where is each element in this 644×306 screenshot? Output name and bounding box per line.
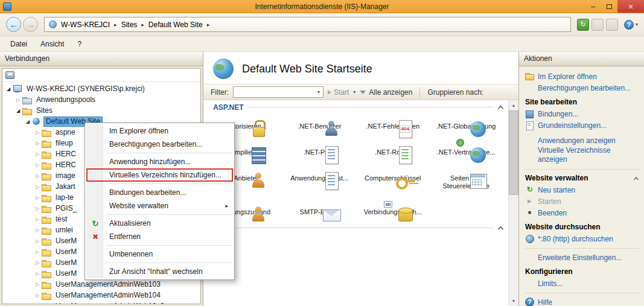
expander-collapsed-icon[interactable]: ▷ bbox=[34, 271, 41, 276]
expander-collapsed-icon[interactable]: ▷ bbox=[34, 206, 41, 211]
close-button[interactable]: × bbox=[617, 0, 644, 13]
breadcrumb-separator-icon[interactable]: ▸ bbox=[114, 22, 117, 28]
menu-datei[interactable]: Datei bbox=[4, 37, 34, 51]
action-bindings[interactable]: Bindungen... bbox=[525, 108, 640, 120]
expander-collapsed-icon[interactable]: ▷ bbox=[34, 217, 41, 222]
expander-collapsed-icon[interactable]: ▷ bbox=[34, 162, 41, 168]
collapse-section-icon[interactable] bbox=[498, 105, 504, 111]
folder-icon bbox=[42, 281, 51, 288]
menu-help[interactable]: ? bbox=[71, 37, 88, 51]
context-item-edit-permissions[interactable]: Berechtigungen bearbeiten... bbox=[86, 138, 233, 151]
forward-button[interactable]: → bbox=[23, 17, 38, 32]
action-stop[interactable]: ■Beenden bbox=[525, 207, 640, 218]
expander-collapsed-icon[interactable]: ▷ bbox=[34, 141, 41, 146]
menu-ansicht[interactable]: Ansicht bbox=[34, 37, 71, 51]
breadcrumb-separator-icon[interactable]: ▸ bbox=[141, 22, 144, 28]
feature-verbindungszeichenfolgen[interactable]: abVerbindungszeich... bbox=[356, 203, 430, 220]
context-item-manage-website[interactable]: Website verwalten▸ bbox=[86, 199, 233, 212]
expander-collapsed-icon[interactable]: ▷ bbox=[34, 228, 41, 233]
expander-expanded-icon[interactable]: ◢ bbox=[5, 86, 12, 92]
expander-collapsed-icon[interactable]: ▷ bbox=[34, 293, 41, 298]
refresh-icon: ↻ bbox=[90, 220, 101, 228]
go-icon bbox=[328, 90, 331, 95]
feature-computerschluessel[interactable]: Computerschlüssel bbox=[356, 170, 430, 194]
feature-net-globalisierung[interactable]: .NET-Globalisierung bbox=[430, 118, 503, 134]
breadcrumb-separator-icon[interactable]: ▸ bbox=[207, 22, 210, 28]
context-item-edit-bindings[interactable]: Bindungen bearbeiten... bbox=[86, 186, 233, 199]
tree-node-child[interactable]: ▷UserManagementAdminWeb10_3 bbox=[2, 301, 200, 304]
back-button[interactable]: ← bbox=[6, 17, 21, 32]
go-label: Start bbox=[334, 88, 349, 97]
tree-node-server[interactable]: ◢ W-WS-KREJCI (SYNERGIS\p.krejci) bbox=[2, 83, 200, 94]
filter-go-button[interactable]: Start bbox=[328, 88, 349, 97]
feature-net-vertrauensebenen[interactable]: .NET-Vertrauense... bbox=[430, 144, 503, 160]
tree-node-child[interactable]: ▷UserManagementAdminWeb104 bbox=[2, 290, 200, 301]
filter-input[interactable]: ▾ bbox=[233, 86, 324, 98]
tree-node-sites[interactable]: ◢ Sites bbox=[2, 105, 200, 116]
expander-collapsed-icon[interactable]: ▷ bbox=[34, 249, 41, 255]
expander-expanded-icon[interactable]: ◢ bbox=[24, 119, 31, 124]
context-item-add-application[interactable]: Anwendung hinzufügen... bbox=[86, 155, 233, 168]
feature-net-benutzer[interactable]: .NET-Benutzer bbox=[283, 118, 357, 134]
expander-collapsed-icon[interactable]: ▷ bbox=[34, 260, 41, 266]
tree-node-label: UserManagementAdminWeb104 bbox=[53, 290, 163, 301]
feature-net-fehlerseiten[interactable]: 404.NET-Fehlerseiten bbox=[356, 118, 430, 134]
action-view-virtual-directories[interactable]: Virtuelle Verzeichnisse anzeigen bbox=[525, 146, 640, 165]
context-item-switch-content-view[interactable]: Zur Ansicht "Inhalt" wechseln bbox=[86, 265, 233, 278]
scrollbar-thumb[interactable] bbox=[509, 110, 518, 195]
action-browse-http[interactable]: *:80 (http) durchsuchen bbox=[525, 233, 640, 244]
breadcrumb-default-web-site[interactable]: Default Web Site bbox=[148, 21, 203, 29]
context-item-add-virtual-directory[interactable]: Virtuelles Verzeichnis hinzufügen... bbox=[86, 168, 233, 182]
help-menu-button[interactable]: ? ▾ bbox=[624, 20, 638, 30]
maximize-button[interactable] bbox=[601, 0, 617, 13]
expander-expanded-icon[interactable]: ◢ bbox=[14, 108, 22, 113]
collapse-group-icon[interactable] bbox=[634, 176, 639, 181]
feature-smtp-email[interactable]: SMTP-E-Mail bbox=[283, 203, 357, 220]
context-item-rename[interactable]: Umbenennen bbox=[86, 247, 233, 261]
action-open-explorer[interactable]: Im Explorer öffnen bbox=[525, 71, 640, 82]
action-label: Hilfe bbox=[538, 298, 552, 306]
action-restart[interactable]: ↻Neu starten bbox=[525, 184, 640, 196]
breadcrumb-sites[interactable]: Sites bbox=[121, 21, 138, 29]
action-advanced-settings[interactable]: Erweiterte Einstellungen... bbox=[525, 252, 640, 263]
action-view-applications[interactable]: Anwendungen anzeigen bbox=[525, 135, 640, 146]
refresh-page-button[interactable]: ↻ bbox=[577, 19, 589, 31]
expander-collapsed-icon[interactable]: ▷ bbox=[34, 173, 41, 179]
tree-node-anwendungspools[interactable]: ▷ Anwendungspools bbox=[2, 94, 200, 105]
chevron-down-icon[interactable]: ▾ bbox=[353, 89, 355, 95]
action-label: Limits... bbox=[538, 279, 563, 288]
expander-collapsed-icon[interactable]: ▷ bbox=[34, 130, 41, 135]
action-limits[interactable]: Limits... bbox=[525, 278, 640, 289]
feature-seiten-und-steuerelemente[interactable]: Seiten und Steuerelemente bbox=[430, 170, 503, 194]
chevron-down-icon[interactable]: ▾ bbox=[314, 89, 323, 95]
scrollbar-track[interactable] bbox=[509, 195, 518, 296]
expander-collapsed-icon[interactable]: ▷ bbox=[14, 97, 22, 103]
breadcrumb-server[interactable]: W-WS-KREJCI bbox=[61, 21, 110, 29]
minimize-button[interactable]: – bbox=[585, 0, 601, 13]
expander-collapsed-icon[interactable]: ▷ bbox=[34, 151, 41, 157]
feature-net-rollen[interactable]: .NET-Rollen bbox=[356, 144, 430, 160]
feature-label: Anwendungseinst... bbox=[288, 174, 351, 182]
feature-anwendungseinstellungen[interactable]: Anwendungseinst... bbox=[283, 170, 357, 194]
expander-collapsed-icon[interactable]: ▷ bbox=[34, 282, 41, 287]
action-help[interactable]: ?Hilfe bbox=[525, 296, 640, 306]
feature-label: .NET-Profil bbox=[288, 148, 351, 156]
expander-collapsed-icon[interactable]: ▷ bbox=[34, 184, 41, 190]
expander-collapsed-icon[interactable]: ▷ bbox=[34, 304, 41, 304]
collapse-section-icon[interactable] bbox=[498, 226, 504, 232]
feature-net-profil[interactable]: .NET-Profil bbox=[283, 144, 357, 160]
scroll-down-icon[interactable]: ▼ bbox=[509, 296, 518, 306]
action-edit-permissions[interactable]: Berechtigungen bearbeiten... bbox=[525, 82, 640, 94]
window-title: Internetinformationsdienste (IIS)-Manage… bbox=[0, 2, 644, 11]
expander-collapsed-icon[interactable]: ▷ bbox=[34, 238, 41, 244]
tree-node-child[interactable]: ▷UserManagementAdminWeb103 bbox=[2, 279, 200, 290]
save-connection-icon[interactable] bbox=[5, 71, 14, 79]
context-item-refresh[interactable]: ↻Aktualisieren bbox=[86, 217, 233, 230]
vertical-scrollbar[interactable]: ▲ ▼ bbox=[508, 100, 518, 306]
expander-collapsed-icon[interactable]: ▷ bbox=[34, 195, 41, 200]
show-all-button[interactable]: Alle anzeigen bbox=[360, 88, 412, 97]
context-item-open-explorer[interactable]: Im Explorer öffnen bbox=[86, 124, 233, 138]
action-basic-settings[interactable]: Grundeinstellungen... bbox=[525, 120, 640, 131]
context-item-remove[interactable]: ✖Entfernen bbox=[86, 230, 233, 243]
scroll-up-icon[interactable]: ▲ bbox=[509, 100, 518, 110]
